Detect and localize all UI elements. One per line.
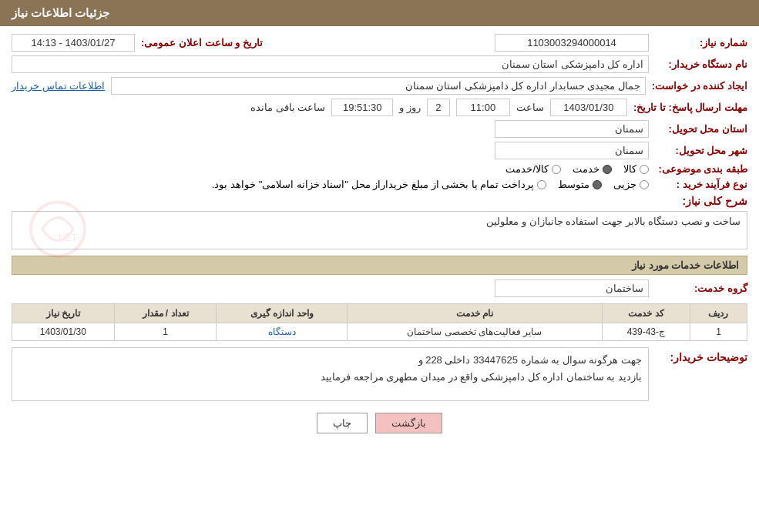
remaining-days-value: 2 [427,99,450,116]
col-header-code: کد خدمت [602,304,690,323]
need-number-label: شماره نیاز: [655,37,747,49]
city-value: سمنان [495,142,649,159]
remaining-days-label: روز و [399,102,421,113]
city-row: شهر محل تحویل: سمنان [12,142,747,159]
col-header-qty: تعداد / مقدار [114,304,217,323]
radio-khadamat-icon [603,165,612,174]
province-row: استان محل تحویل: سمنان [12,120,747,138]
process-jozii: جزیی [613,179,649,190]
radio-kala-khadamat-icon [552,165,561,174]
announce-value: 1403/01/27 - 14:13 [12,34,135,52]
radio-asnad-icon [537,180,546,189]
response-time-label: ساعت [516,102,544,113]
notes-section-label-row: توضیحات خریدار: جهت هرگونه سوال به شماره… [12,347,747,401]
category-khadamat: خدمت [573,163,612,175]
category-row: طبقه بندی موضوعی: کالا خدمت کالا/خدمت [12,163,747,175]
response-time-value: 11:00 [456,99,510,116]
remaining-time-value: 19:51:30 [331,99,393,116]
need-number-row: شماره نیاز: 1103003294000014 تاریخ و ساع… [12,34,747,52]
radio-motavasset-label: متوسط [558,179,589,190]
description-value: ساخت و نصب دستگاه بالابر جهت استفاده جان… [12,211,747,249]
buyer-org-value: اداره کل دامپزشکی استان سمنان [12,55,649,73]
page-title: جزئیات اطلاعات نیاز [12,6,109,19]
process-asnad: پرداخت تمام یا بخشی از مبلغ خریداراز محل… [212,179,546,190]
services-section-title: اطلاعات خدمات مورد نیاز [12,256,747,275]
print-button[interactable]: چاپ [317,413,368,433]
process-options: جزیی متوسط پرداخت تمام یا بخشی از مبلغ خ… [212,179,649,190]
col-header-row: ردیف [690,304,747,323]
services-table: ردیف کد خدمت نام خدمت واحد اندازه گیری ت… [12,303,747,341]
province-label: استان محل تحویل: [655,123,747,135]
description-label: شرح کلی نیاز: [655,195,747,207]
description-box-wrapper: NET ساخت و نصب دستگاه بالابر جهت استفاده… [12,211,747,249]
province-value: سمنان [495,120,649,138]
announce-label: تاریخ و ساعت اعلان عمومی: [141,37,263,49]
category-label: طبقه بندی موضوعی: [655,163,747,175]
radio-khadamat-label: خدمت [573,163,599,175]
page-header: جزئیات اطلاعات نیاز [0,0,759,26]
description-section-label-row: شرح کلی نیاز: [12,195,747,207]
contact-link[interactable]: اطلاعات تماس خریدار [12,80,105,92]
buyer-notes-label: توضیحات خریدار: [655,347,747,363]
radio-jozii-icon [640,180,649,189]
buyer-org-row: نام دستگاه خریدار: اداره کل دامپزشکی است… [12,55,747,73]
radio-motavasset-icon [593,180,602,189]
process-label: نوع فرآیند خرید : [655,179,747,190]
services-table-section: ردیف کد خدمت نام خدمت واحد اندازه گیری ت… [12,303,747,341]
creator-value: جمال مجیدی حسابدار اداره کل دامپزشکی است… [111,77,646,95]
radio-kala-khadamat-label: کالا/خدمت [505,163,549,175]
creator-label: ایجاد کننده در خواست: [652,80,747,92]
response-date-value: 1403/01/30 [550,99,627,116]
radio-jozii-label: جزیی [613,179,636,190]
service-group-row: گروه خدمت: ساختمان [12,279,747,297]
col-header-unit: واحد اندازه گیری [217,304,348,323]
col-header-date: تاریخ نیاز [12,304,115,323]
category-kala-khadamat: کالا/خدمت [505,163,561,175]
remaining-time-label: ساعت باقی مانده [250,102,325,113]
category-options: کالا خدمت کالا/خدمت [505,163,649,175]
col-header-name: نام خدمت [348,304,603,323]
back-button[interactable]: بازگشت [375,413,442,433]
action-buttons: بازگشت چاپ [12,413,747,433]
radio-kala-icon [640,165,649,174]
service-group-label: گروه خدمت: [655,283,747,294]
process-row: نوع فرآیند خرید : جزیی متوسط پرداخت تمام… [12,179,747,190]
radio-kala-label: کالا [623,163,636,175]
city-label: شهر محل تحویل: [655,145,747,156]
service-group-value: ساختمان [495,279,649,297]
table-row: 1ج-43-439سایر فعالیت‌های تخصصی ساختماندس… [12,323,747,341]
response-date-label: مهلت ارسال پاسخ: تا تاریخ: [633,102,747,113]
buyer-notes-value: جهت هرگونه سوال به شماره 33447625 داخلی … [12,347,649,401]
category-kala: کالا [623,163,649,175]
creator-row: ایجاد کننده در خواست: جمال مجیدی حسابدار… [12,77,747,95]
radio-asnad-label: پرداخت تمام یا بخشی از مبلغ خریداراز محل… [212,179,534,190]
response-date-row: مهلت ارسال پاسخ: تا تاریخ: 1403/01/30 سا… [12,99,747,116]
process-motavasset: متوسط [558,179,602,190]
buyer-org-label: نام دستگاه خریدار: [655,59,747,70]
need-number-value: 1103003294000014 [495,34,649,52]
